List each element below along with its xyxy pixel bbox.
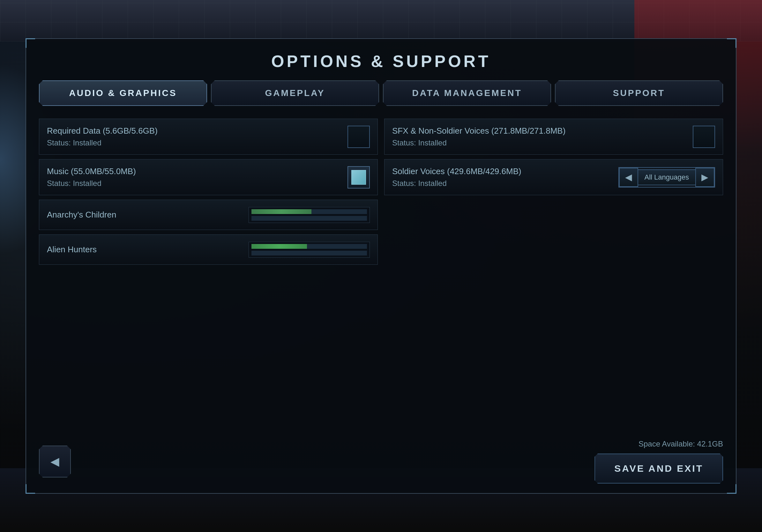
corner-br — [727, 484, 736, 494]
back-arrow-icon: ◀ — [50, 455, 59, 468]
progress-track-2 — [252, 216, 367, 221]
left-column: Required Data (5.6GB/5.6GB) Status: Inst… — [39, 119, 378, 424]
tab-audio-graphics[interactable]: AUDIO & GRAPHICS — [39, 80, 207, 106]
anarchys-children-title: Anarchy's Children — [47, 210, 249, 220]
sfx-voices-status: Status: Installed — [392, 137, 693, 149]
left-arrow-icon: ◀ — [625, 172, 632, 182]
progress-track-1 — [252, 209, 367, 214]
language-next-button[interactable]: ▶ — [695, 168, 715, 187]
corner-tl — [26, 38, 35, 48]
tab-gameplay[interactable]: GAMEPLAY — [211, 80, 379, 106]
required-data-status: Status: Installed — [47, 137, 347, 149]
required-data-title: Required Data (5.6GB/5.6GB) — [47, 125, 347, 137]
main-panel: OPTIONS & SUPPORT AUDIO & GRAPHICS GAMEP… — [26, 38, 736, 494]
required-data-checkbox[interactable] — [347, 126, 370, 148]
progress-track-3 — [252, 244, 367, 249]
progress-track-4 — [252, 251, 367, 255]
corner-bl — [26, 484, 35, 494]
sfx-voices-text: SFX & Non-Soldier Voices (271.8MB/271.8M… — [392, 125, 693, 149]
tab-data-management[interactable]: DATA MANAGEMENT — [383, 80, 551, 106]
back-button[interactable]: ◀ — [39, 445, 71, 478]
music-row: Music (55.0MB/55.0MB) Status: Installed — [39, 159, 378, 195]
alien-hunters-row: Alien Hunters — [39, 234, 378, 265]
music-text: Music (55.0MB/55.0MB) Status: Installed — [47, 165, 347, 189]
space-available-label: Space Available: 42.1GB — [639, 439, 723, 448]
soldier-voices-text: Soldier Voices (429.6MB/429.6MB) Status:… — [392, 165, 618, 189]
soldier-voices-row: Soldier Voices (429.6MB/429.6MB) Status:… — [384, 159, 723, 195]
anarchys-children-row: Anarchy's Children — [39, 200, 378, 230]
right-arrow-icon: ▶ — [701, 172, 708, 182]
music-checkbox[interactable] — [347, 166, 370, 188]
progress-fill-1 — [252, 209, 311, 214]
tab-bar: AUDIO & GRAPHICS GAMEPLAY DATA MANAGEMEN… — [26, 80, 736, 115]
sfx-voices-row: SFX & Non-Soldier Voices (271.8MB/271.8M… — [384, 119, 723, 155]
anarchys-children-progress — [249, 207, 370, 223]
alien-hunters-title: Alien Hunters — [47, 245, 249, 254]
alien-hunters-progress — [249, 242, 370, 258]
tab-support[interactable]: SUPPORT — [555, 80, 723, 106]
sfx-voices-title: SFX & Non-Soldier Voices (271.8MB/271.8M… — [392, 125, 693, 137]
bottom-right: Space Available: 42.1GB SAVE AND EXIT — [594, 439, 723, 484]
soldier-voices-status: Status: Installed — [392, 178, 618, 189]
music-title: Music (55.0MB/55.0MB) — [47, 165, 347, 178]
language-prev-button[interactable]: ◀ — [619, 168, 638, 187]
soldier-voices-title: Soldier Voices (429.6MB/429.6MB) — [392, 165, 618, 178]
language-label: All Languages — [638, 169, 695, 185]
required-data-text: Required Data (5.6GB/5.6GB) Status: Inst… — [47, 125, 347, 149]
save-exit-button[interactable]: SAVE AND EXIT — [594, 453, 723, 484]
music-status: Status: Installed — [47, 178, 347, 189]
content-area: Required Data (5.6GB/5.6GB) Status: Inst… — [26, 115, 736, 433]
sfx-voices-checkbox[interactable] — [693, 126, 715, 148]
required-data-row: Required Data (5.6GB/5.6GB) Status: Inst… — [39, 119, 378, 155]
page-title: OPTIONS & SUPPORT — [26, 39, 736, 80]
soldier-voices-controls: ◀ All Languages ▶ — [618, 167, 715, 187]
bottom-bar: ◀ Space Available: 42.1GB SAVE AND EXIT — [26, 433, 736, 493]
corner-tr — [727, 38, 736, 48]
progress-fill-3 — [252, 244, 307, 249]
right-column: SFX & Non-Soldier Voices (271.8MB/271.8M… — [384, 119, 723, 424]
